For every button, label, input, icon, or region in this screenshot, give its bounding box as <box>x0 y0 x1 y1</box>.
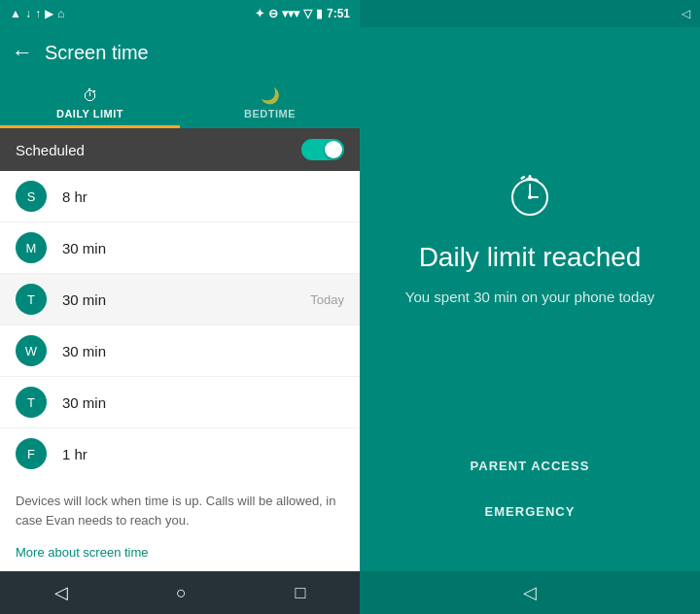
tab-daily-limit-label: DAILY LIMIT <box>56 108 123 119</box>
right-nav-back-button[interactable]: ◁ <box>523 582 537 603</box>
left-panel: ▲ ↓ ↑ ▶ ⌂ ✦ ⊖ ▾▾▾ ▽ ▮ 7:51 ← Screen time… <box>0 0 360 614</box>
toggle-thumb <box>325 141 342 158</box>
emergency-button[interactable]: EMERGENCY <box>462 491 599 532</box>
day-time: 30 min <box>62 343 344 359</box>
nav-back-button[interactable]: ◁ <box>54 582 68 603</box>
tab-underline <box>0 125 180 128</box>
scheduled-toggle[interactable] <box>301 139 344 160</box>
day-list: S8 hrM30 minT30 minTodayW30 minT30 minF1… <box>0 171 360 478</box>
timer-icon: ⏱ <box>83 87 98 105</box>
moon-icon: 🌙 <box>261 86 280 105</box>
parent-access-button[interactable]: PARENT ACCESS <box>447 445 613 487</box>
scheduled-label: Scheduled <box>16 142 85 158</box>
scheduled-row: Scheduled <box>0 128 360 171</box>
bottom-nav-left: ◁ ○ □ <box>0 571 360 614</box>
toolbar: ← Screen time <box>0 27 360 78</box>
battery-icon: ▮ <box>316 7 323 20</box>
tab-daily-limit[interactable]: ⏱ DAILY LIMIT <box>0 78 180 128</box>
day-circle: F <box>16 438 47 469</box>
right-actions: PARENT ACCESS EMERGENCY <box>360 445 700 571</box>
status-icons-right: ✦ ⊖ ▾▾▾ ▽ ▮ 7:51 <box>255 7 350 20</box>
day-row[interactable]: M30 min <box>0 222 360 274</box>
back-button[interactable]: ← <box>12 42 33 63</box>
day-circle: T <box>16 284 47 315</box>
time-display: 7:51 <box>327 7 350 20</box>
right-nav-indicator: ◁ <box>682 7 690 20</box>
nav-home-button[interactable]: ○ <box>176 583 187 603</box>
svg-rect-3 <box>520 175 526 180</box>
right-panel: ◁ Daily limit reached Y <box>360 0 700 614</box>
play-icon: ▶ <box>45 7 53 20</box>
tab-bedtime[interactable]: 🌙 BEDTIME <box>180 78 360 128</box>
footer-link[interactable]: More about screen time <box>0 537 360 571</box>
svg-point-7 <box>528 195 532 199</box>
svg-rect-2 <box>529 175 532 179</box>
bottom-nav-right: ◁ <box>360 571 700 614</box>
day-time: 1 hr <box>62 446 344 462</box>
day-row[interactable]: T30 min <box>0 377 360 428</box>
status-bar-right: ◁ <box>360 0 700 27</box>
day-today-label: Today <box>310 292 344 307</box>
day-time: 30 min <box>62 394 344 411</box>
day-circle: T <box>16 387 47 418</box>
page-title: Screen time <box>45 42 149 64</box>
daily-limit-subtitle: You spent 30 min on your phone today <box>405 289 654 305</box>
day-circle: W <box>16 335 47 366</box>
tab-bedtime-label: BEDTIME <box>244 108 296 119</box>
wifi-icon: ▽ <box>303 7 312 20</box>
daily-limit-title: Daily limit reached <box>419 242 642 273</box>
day-circle: S <box>16 181 47 212</box>
mute-icon: ⊖ <box>268 7 278 20</box>
status-icons-left: ▲ ↓ ↑ ▶ ⌂ <box>10 7 64 20</box>
day-time: 30 min <box>62 240 344 256</box>
signal-icon: ▾▾▾ <box>282 7 299 20</box>
download-icon: ↓ <box>25 7 31 20</box>
bluetooth-icon: ✦ <box>255 7 264 20</box>
right-main-content: Daily limit reached You spent 30 min on … <box>360 27 700 445</box>
day-row[interactable]: T30 minToday <box>0 274 360 325</box>
home-icon: ⌂ <box>57 7 64 20</box>
day-time: 8 hr <box>62 188 344 205</box>
status-bar-left: ▲ ↓ ↑ ▶ ⌂ ✦ ⊖ ▾▾▾ ▽ ▮ 7:51 <box>0 0 360 27</box>
day-row[interactable]: S8 hr <box>0 171 360 222</box>
day-row[interactable]: W30 min <box>0 325 360 377</box>
tabs-bar: ⏱ DAILY LIMIT 🌙 BEDTIME <box>0 78 360 128</box>
app-icon: ▲ <box>10 7 21 20</box>
day-circle: M <box>16 232 47 263</box>
day-time: 30 min <box>62 291 295 308</box>
upload-icon: ↑ <box>35 7 41 20</box>
nav-recent-button[interactable]: □ <box>295 583 305 603</box>
day-row[interactable]: F1 hr <box>0 428 360 478</box>
footer-note: Devices will lock when time is up. Calls… <box>0 478 360 537</box>
stopwatch-icon <box>505 168 555 226</box>
